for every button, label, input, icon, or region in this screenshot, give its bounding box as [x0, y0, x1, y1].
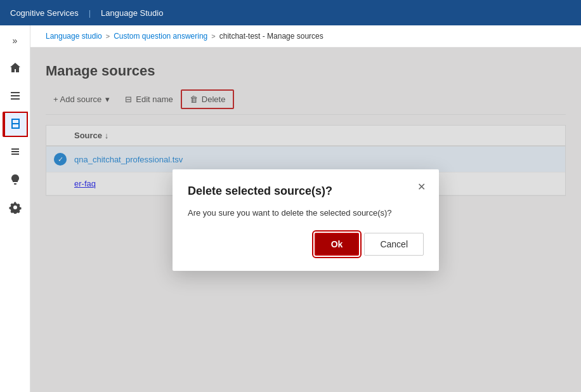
- dialog-actions: Ok Cancel: [188, 233, 424, 256]
- svg-rect-1: [11, 95, 20, 96]
- gear-icon: [9, 201, 22, 216]
- breadcrumb-sep-1: >: [106, 32, 110, 40]
- modal-overlay: Delete selected source(s)? ✕ Are you sur…: [30, 48, 581, 392]
- breadcrumb: Language studio > Custom question answer…: [30, 25, 581, 48]
- breadcrumb-sep-2: >: [211, 32, 215, 40]
- page-content: Manage sources + Add source ▾ ⊟ Edit nam…: [30, 48, 581, 392]
- data-icon: [9, 145, 22, 160]
- dialog-title: Delete selected source(s)?: [188, 185, 424, 198]
- dialog-close-button[interactable]: ✕: [414, 180, 429, 195]
- svg-rect-5: [13, 127, 19, 129]
- content-area: Language studio > Custom question answer…: [30, 25, 581, 392]
- delete-dialog: Delete selected source(s)? ✕ Are you sur…: [173, 169, 439, 271]
- home-icon: [9, 62, 22, 76]
- sidebar-item-knowledge-base[interactable]: [3, 112, 28, 137]
- sidebar-item-settings[interactable]: [3, 195, 28, 221]
- breadcrumb-middle[interactable]: Custom question answering: [114, 32, 207, 41]
- sidebar-toggle[interactable]: »: [3, 30, 28, 51]
- sidebar-item-data[interactable]: [3, 140, 28, 165]
- book-icon: [10, 117, 22, 132]
- dialog-message: Are you sure you want to delete the sele…: [188, 208, 424, 218]
- svg-rect-2: [11, 98, 20, 100]
- top-bar: Cognitive Services | Language Studio: [0, 0, 581, 25]
- svg-rect-6: [13, 123, 19, 124]
- breadcrumb-home[interactable]: Language studio: [46, 32, 102, 41]
- language-studio-label: Language Studio: [101, 8, 163, 18]
- sidebar-item-list[interactable]: [3, 84, 28, 109]
- main-layout: »: [0, 25, 581, 392]
- sidebar: »: [0, 25, 30, 392]
- list-icon: [9, 89, 22, 104]
- cancel-button[interactable]: Cancel: [364, 233, 424, 256]
- svg-rect-4: [13, 119, 19, 120]
- sidebar-item-home[interactable]: [3, 56, 28, 81]
- chevron-icon: »: [13, 36, 18, 46]
- svg-rect-0: [11, 92, 20, 93]
- top-bar-divider: |: [89, 8, 91, 18]
- breadcrumb-current: chitchat-test - Manage sources: [219, 32, 323, 41]
- sidebar-item-ideas[interactable]: [3, 167, 28, 193]
- ok-button[interactable]: Ok: [315, 233, 360, 256]
- cognitive-services-label: Cognitive Services: [10, 8, 79, 18]
- lightbulb-icon: [9, 173, 22, 188]
- svg-rect-3: [11, 119, 13, 129]
- svg-rect-7: [18, 119, 20, 129]
